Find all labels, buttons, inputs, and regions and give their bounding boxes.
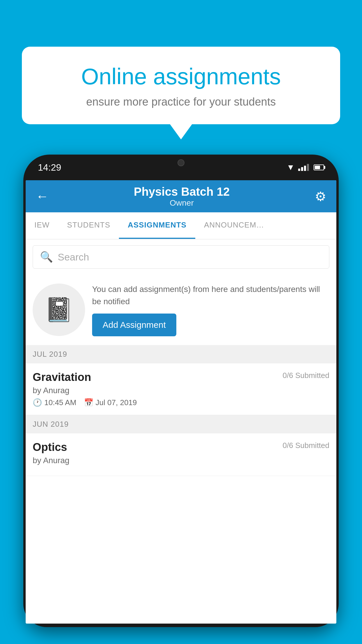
tab-assignments[interactable]: ASSIGNMENTS — [119, 212, 195, 239]
battery-fill — [315, 166, 320, 169]
optics-submitted: 0/6 Submitted — [283, 441, 329, 450]
assignment-meta: 🕐 10:45 AM 📅 Jul 07, 2019 — [33, 398, 329, 407]
phone-notch — [155, 155, 207, 171]
search-placeholder: Search — [58, 251, 89, 263]
back-button[interactable]: ← — [36, 189, 49, 204]
header-center: Physics Batch 12 Owner — [134, 185, 230, 208]
tab-announcements[interactable]: ANNOUNCEM… — [195, 212, 273, 239]
assignment-time: 🕐 10:45 AM — [33, 398, 76, 407]
assignment-row-top: Gravitation 0/6 Submitted — [33, 371, 329, 384]
status-time: 14:29 — [38, 162, 61, 173]
search-bar[interactable]: 🔍 Search — [33, 245, 329, 269]
calendar-icon: 📅 — [84, 398, 93, 407]
phone-outer: 14:29 ▼ ← — [23, 155, 339, 627]
search-icon: 🔍 — [40, 251, 53, 263]
camera-dot — [178, 159, 184, 166]
signal-bar-4 — [307, 164, 309, 171]
signal-bar-2 — [301, 167, 303, 171]
status-icons: ▼ — [287, 163, 324, 172]
app-header: ← Physics Batch 12 Owner ⚙ — [26, 180, 336, 212]
promo-text-area: You can add assignment(s) from here and … — [92, 283, 329, 336]
signal-icon — [298, 164, 309, 171]
promo-section: 📓 You can add assignment(s) from here an… — [26, 274, 336, 345]
status-bar: 14:29 ▼ — [23, 155, 339, 180]
section-jun-2019: JUN 2019 — [26, 415, 336, 433]
speech-bubble-container: Online assignments ensure more practice … — [22, 47, 340, 124]
section-jul-2019: JUL 2019 — [26, 345, 336, 363]
add-assignment-button[interactable]: Add Assignment — [92, 314, 176, 336]
assignment-optics[interactable]: Optics 0/6 Submitted by Anurag — [26, 433, 336, 476]
signal-bar-1 — [298, 169, 300, 171]
optics-author: by Anurag — [33, 456, 329, 465]
search-container: 🔍 Search — [26, 239, 336, 274]
assignment-gravitation[interactable]: Gravitation 0/6 Submitted by Anurag 🕐 10… — [26, 363, 336, 415]
header-subtitle: Owner — [134, 198, 230, 208]
phone-container: 14:29 ▼ ← — [23, 155, 339, 644]
gear-icon[interactable]: ⚙ — [315, 189, 326, 204]
assignment-author: by Anurag — [33, 386, 329, 395]
battery-icon — [314, 164, 324, 170]
promo-icon-circle: 📓 — [33, 284, 85, 336]
speech-bubble-title: Online assignments — [42, 64, 320, 89]
time-value: 10:45 AM — [44, 398, 76, 407]
tab-iew[interactable]: IEW — [26, 212, 58, 239]
promo-description: You can add assignment(s) from here and … — [92, 283, 329, 308]
header-title: Physics Batch 12 — [134, 185, 230, 198]
date-value: Jul 07, 2019 — [96, 398, 137, 407]
tab-students[interactable]: STUDENTS — [58, 212, 119, 239]
assignment-submitted: 0/6 Submitted — [283, 371, 329, 380]
wifi-icon: ▼ — [287, 163, 295, 172]
signal-bar-3 — [304, 166, 306, 171]
clock-icon: 🕐 — [33, 398, 42, 407]
optics-name: Optics — [33, 441, 67, 454]
speech-bubble: Online assignments ensure more practice … — [22, 47, 340, 124]
assignment-date: 📅 Jul 07, 2019 — [84, 398, 137, 407]
tabs-bar: IEW STUDENTS ASSIGNMENTS ANNOUNCEM… — [26, 212, 336, 239]
speech-bubble-subtitle: ensure more practice for your students — [42, 96, 320, 108]
assignment-name: Gravitation — [33, 371, 91, 384]
optics-row-top: Optics 0/6 Submitted — [33, 441, 329, 454]
phone-screen: ← Physics Batch 12 Owner ⚙ IEW STUDENTS … — [26, 180, 336, 624]
notebook-icon: 📓 — [44, 296, 73, 323]
